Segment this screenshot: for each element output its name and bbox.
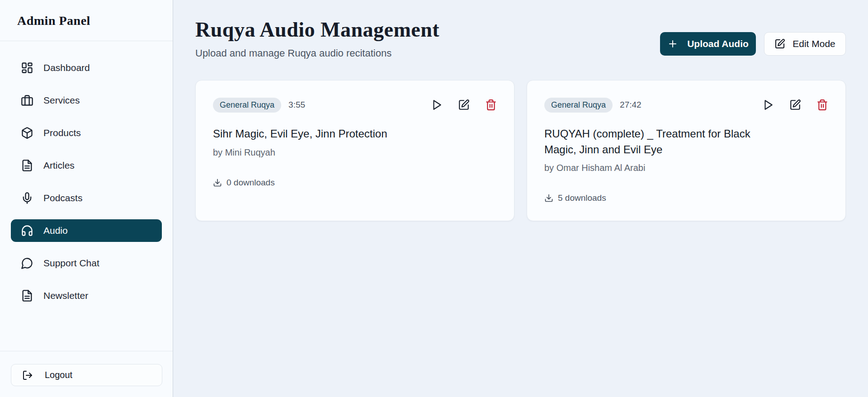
sidebar-item-label: Dashboard	[43, 62, 90, 73]
headphones-icon	[21, 224, 33, 237]
download-icon	[544, 194, 553, 203]
page-header-text: Ruqya Audio Management Upload and manage…	[195, 18, 439, 59]
plus-icon	[667, 38, 678, 49]
downloads-row: 5 downloads	[544, 193, 828, 203]
audio-author: by Mini Ruqyah	[213, 147, 497, 158]
edit-icon	[774, 38, 785, 49]
downloads-row: 0 downloads	[213, 178, 497, 188]
sidebar-item-support-chat[interactable]: Support Chat	[11, 252, 162, 274]
delete-button[interactable]	[816, 99, 828, 111]
trash-icon	[816, 99, 828, 111]
upload-audio-button[interactable]: Upload Audio	[660, 32, 756, 56]
edit-button[interactable]	[458, 99, 470, 111]
play-icon	[762, 99, 774, 111]
main-content: Ruqya Audio Management Upload and manage…	[173, 0, 868, 397]
logout-label: Logout	[45, 370, 72, 380]
logout-button[interactable]: Logout	[11, 364, 162, 386]
category-badge: General Ruqya	[213, 98, 281, 113]
header-actions: Upload Audio Edit Mode	[660, 32, 846, 56]
card-actions	[762, 99, 828, 111]
page-subtitle: Upload and manage Ruqya audio recitation…	[195, 47, 439, 59]
sidebar-nav: Dashboard Services Products Articles Pod	[0, 41, 173, 351]
sidebar-item-label: Newsletter	[43, 290, 88, 301]
play-button[interactable]	[762, 99, 774, 111]
sidebar-item-articles[interactable]: Articles	[11, 154, 162, 177]
sidebar-item-products[interactable]: Products	[11, 122, 162, 144]
upload-audio-label: Upload Audio	[687, 38, 749, 49]
audio-title: RUQYAH (complete) _ Treatment for Black …	[544, 126, 761, 158]
sidebar-item-newsletter[interactable]: Newsletter	[11, 284, 162, 307]
briefcase-icon	[21, 94, 33, 107]
edit-icon	[789, 99, 801, 111]
trash-icon	[485, 99, 497, 111]
edit-mode-label: Edit Mode	[793, 38, 835, 49]
package-icon	[21, 127, 33, 139]
play-button[interactable]	[431, 99, 443, 111]
edit-button[interactable]	[789, 99, 801, 111]
sidebar-item-label: Support Chat	[43, 258, 99, 269]
audio-author: by Omar Hisham Al Arabi	[544, 163, 828, 173]
sidebar: Admin Panel Dashboard Services Products	[0, 0, 173, 397]
sidebar-header: Admin Panel	[0, 0, 173, 41]
chat-bubble-icon	[21, 257, 33, 269]
card-actions	[431, 99, 497, 111]
sidebar-item-label: Articles	[43, 160, 75, 171]
edit-mode-button[interactable]: Edit Mode	[764, 32, 846, 56]
audio-card: General Ruqya 27:42	[527, 80, 846, 221]
sidebar-footer: Logout	[0, 351, 173, 397]
sidebar-item-label: Products	[43, 128, 81, 138]
card-header-row: General Ruqya 3:55	[213, 98, 497, 113]
sidebar-item-label: Audio	[43, 225, 68, 236]
audio-card-grid: General Ruqya 3:55	[195, 80, 846, 221]
download-icon	[213, 178, 222, 187]
file-text-icon	[21, 159, 33, 172]
page-header: Ruqya Audio Management Upload and manage…	[195, 18, 846, 59]
sidebar-item-dashboard[interactable]: Dashboard	[11, 57, 162, 79]
dashboard-grid-icon	[21, 61, 33, 74]
sidebar-item-label: Services	[43, 95, 80, 106]
page-title: Ruqya Audio Management	[195, 18, 439, 42]
sidebar-item-audio[interactable]: Audio	[11, 219, 162, 242]
microphone-icon	[21, 192, 33, 204]
file-text-icon	[21, 289, 33, 302]
logout-icon	[22, 370, 33, 381]
sidebar-item-services[interactable]: Services	[11, 89, 162, 112]
card-header-row: General Ruqya 27:42	[544, 98, 828, 113]
edit-icon	[458, 99, 470, 111]
sidebar-item-podcasts[interactable]: Podcasts	[11, 187, 162, 209]
duration-label: 27:42	[620, 100, 642, 110]
downloads-count: 0 downloads	[226, 178, 275, 188]
audio-title: Sihr Magic, Evil Eye, Jinn Protection	[213, 126, 430, 142]
audio-card: General Ruqya 3:55	[195, 80, 514, 221]
sidebar-item-label: Podcasts	[43, 193, 82, 203]
category-badge: General Ruqya	[544, 98, 613, 113]
duration-label: 3:55	[288, 100, 305, 110]
app-title: Admin Panel	[17, 14, 156, 28]
play-icon	[431, 99, 443, 111]
downloads-count: 5 downloads	[558, 193, 606, 203]
delete-button[interactable]	[485, 99, 497, 111]
